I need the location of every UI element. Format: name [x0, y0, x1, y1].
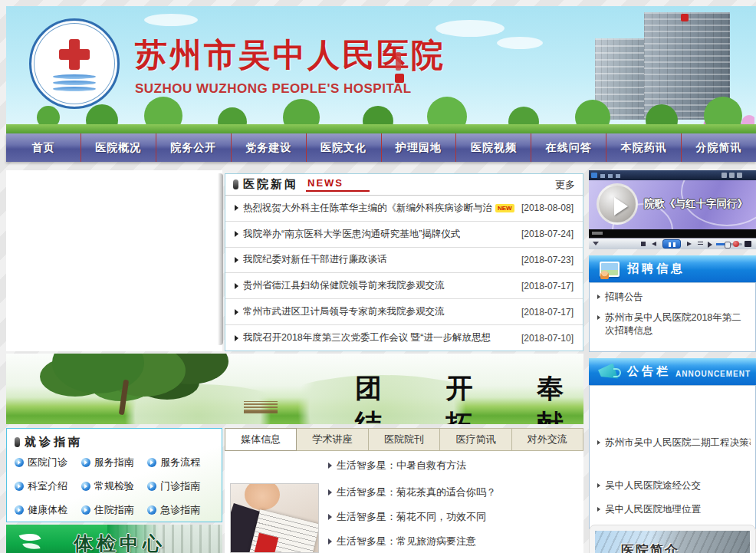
- article-link[interactable]: 生活智多星：常见旅游病要注意: [328, 535, 476, 548]
- announcement-link[interactable]: 苏州市吴中人民医院二期工程决策事: [597, 436, 751, 449]
- maximize-icon[interactable]: [729, 173, 735, 178]
- slogan-word: 奉献: [537, 370, 583, 424]
- checkup-center-banner[interactable]: 体检中心: [6, 525, 222, 553]
- recruitment-link-text: 招聘公告: [605, 291, 643, 304]
- arrow-bullet-icon: [147, 505, 156, 515]
- arrow-bullet-icon: [15, 482, 24, 491]
- treeline-decoration: [6, 114, 756, 133]
- triangle-bullet-icon: [328, 538, 332, 545]
- volume-slider[interactable]: [716, 243, 742, 245]
- status-ticker-icon: [592, 232, 603, 235]
- new-badge: NEW: [495, 204, 514, 212]
- guide-link-outpatient-guide[interactable]: 门诊指南: [147, 479, 214, 493]
- news-header: 医院新闻 NEWS 更多: [225, 174, 583, 196]
- person-photo-decoration: [245, 483, 280, 510]
- guide-link-departments[interactable]: 科室介绍: [15, 479, 81, 493]
- announcement-link[interactable]: 吴中人民医院地理位置: [597, 503, 751, 516]
- nav-item-affairs[interactable]: 院务公开: [156, 133, 231, 162]
- next-track-icon[interactable]: [687, 242, 692, 246]
- news-link[interactable]: 我院举办“南京医科大学医患沟通研究基地”揭牌仪式: [243, 228, 460, 241]
- previous-track-icon[interactable]: [652, 242, 656, 246]
- news-link[interactable]: 常州市武进区卫计局领导专家前来我院参观交流: [243, 305, 445, 318]
- bench-decoration: [244, 401, 278, 413]
- nav-item-qa[interactable]: 在线问答: [531, 133, 606, 162]
- guide-link-label: 常规检验: [94, 479, 134, 493]
- news-date: [2018-07-17]: [515, 307, 574, 318]
- brand-block: 苏州市吴中人民医院 SUZHOU WUZHONG PEOPLE'S HOSPIT…: [135, 34, 445, 97]
- nav-item-home[interactable]: 首页: [6, 133, 81, 162]
- person-photo-decoration: [230, 503, 266, 553]
- fullscreen-icon[interactable]: [744, 241, 751, 247]
- tab-media-info[interactable]: 媒体信息: [225, 428, 297, 451]
- guide-link-label: 服务指南: [94, 456, 134, 469]
- nav-item-culture[interactable]: 医院文化: [306, 133, 381, 162]
- nav-item-branch[interactable]: 分院简讯: [681, 133, 756, 162]
- announcement-title: 公告栏: [627, 364, 671, 379]
- volume-icon[interactable]: [708, 242, 712, 248]
- site-header: 苏州市吴中人民医院 SUZHOU WUZHONG PEOPLE'S HOSPIT…: [6, 6, 756, 133]
- guide-link-emergency-guide[interactable]: 急诊指南: [147, 503, 214, 517]
- building-main-tower: [644, 12, 730, 120]
- article-text: 生活智多星：中暑自救有方法: [337, 459, 466, 472]
- newspaper-decoration: [249, 509, 319, 553]
- section-bullet-icon: [15, 437, 20, 447]
- news-date: [2018-07-17]: [515, 281, 574, 291]
- announcement-header: 公告栏 ANNOUNCEMENT: [589, 358, 756, 385]
- guide-link-service-guide[interactable]: 服务指南: [81, 456, 148, 469]
- guide-link-health-checkup[interactable]: 健康体检: [15, 503, 81, 517]
- announcement-link[interactable]: 吴中人民医院途经公交: [597, 479, 751, 492]
- image-slider[interactable]: [6, 170, 222, 351]
- news-link[interactable]: 贵州省德江县妇幼保健院领导前来我院参观交流: [243, 279, 445, 292]
- guide-header: 就诊指南: [15, 435, 214, 449]
- playlist-icon[interactable]: [698, 242, 703, 246]
- checkup-center-title: 体检中心: [74, 531, 166, 553]
- guide-link-routine-tests[interactable]: 常规检验: [81, 479, 148, 493]
- nav-item-video[interactable]: 医院视频: [455, 133, 531, 162]
- triangle-bullet-icon: [597, 315, 600, 320]
- guide-link-outpatient[interactable]: 医院门诊: [15, 456, 81, 469]
- hospital-intro-section[interactable]: 医院简介: [589, 525, 756, 553]
- announcement-box: 苏州市吴中人民医院二期工程决策事 吴中人民医院途经公交 吴中人民医院地理位置: [589, 385, 756, 529]
- guide-title: 就诊指南: [25, 435, 83, 449]
- cloud-decoration: [144, 14, 198, 26]
- tab-academic-lectures[interactable]: 学术讲座: [297, 428, 368, 451]
- nav-item-overview[interactable]: 医院概况: [81, 133, 156, 162]
- guide-link-inpatient-guide[interactable]: 住院指南: [81, 503, 148, 517]
- recruitment-icon: [600, 262, 620, 277]
- nav-item-nursing[interactable]: 护理园地: [381, 133, 456, 162]
- media-section: 媒体信息 学术讲座 医院院刊 医疗简讯 对外交流 生活智多星：中暑自救有方法 生…: [225, 428, 583, 553]
- chevron-down-icon[interactable]: [593, 242, 599, 245]
- news-link[interactable]: 热烈祝贺大外科主任陈革华主编的《新编外科疾病诊断与治: [243, 202, 492, 215]
- article-link[interactable]: 生活智多星：中暑自救有方法: [328, 459, 466, 472]
- hospital-logo[interactable]: [29, 18, 120, 109]
- news-more-link[interactable]: 更多: [555, 178, 575, 192]
- minimize-icon[interactable]: [721, 173, 727, 178]
- article-text: 生活智多星：菊花不同，功效不同: [337, 510, 486, 524]
- nav-item-party[interactable]: 党务建设: [231, 133, 306, 162]
- recruitment-link-text: 苏州市吴中人民医院2018年第二次招聘信息: [605, 311, 748, 337]
- tab-medical-briefs[interactable]: 医疗简讯: [440, 428, 511, 451]
- news-date: [2018-07-24]: [515, 229, 574, 239]
- arrow-bullet-icon: [147, 458, 156, 467]
- news-link[interactable]: 我院纪委对新任干部进行廉政谈话: [243, 253, 387, 266]
- hospital-name-cn: 苏州市吴中人民医院: [135, 34, 445, 77]
- tab-hospital-journal[interactable]: 医院院刊: [369, 428, 440, 451]
- nav-item-pharmacy[interactable]: 本院药讯: [606, 133, 681, 162]
- tab-external-exchange[interactable]: 对外交流: [512, 428, 583, 451]
- visit-guide-section: 就诊指南 医院门诊 服务指南 服务流程 科室介绍 常规检验 门诊指南 健康体检 …: [6, 428, 222, 522]
- close-icon[interactable]: [737, 173, 742, 178]
- pause-button[interactable]: [662, 239, 681, 249]
- article-link[interactable]: 生活智多星：菊花不同，功效不同: [328, 510, 486, 524]
- triangle-bullet-icon: [328, 489, 332, 495]
- section-bullet-icon: [233, 179, 238, 189]
- news-date: [2018-07-10]: [515, 333, 574, 344]
- recruitment-link[interactable]: 苏州市吴中人民医院2018年第二次招聘信息: [597, 311, 748, 337]
- stop-icon[interactable]: [641, 242, 646, 246]
- recruitment-link[interactable]: 招聘公告: [597, 291, 748, 304]
- article-link[interactable]: 生活智多星：菊花茶真的适合你吗？: [328, 486, 496, 499]
- play-button[interactable]: [597, 183, 638, 225]
- article-thumbnail[interactable]: [230, 483, 319, 553]
- guide-link-service-flow[interactable]: 服务流程: [147, 456, 214, 469]
- main-nav: 首页 医院概况 院务公开 党务建设 医院文化 护理园地 医院视频 在线问答 本院…: [6, 133, 756, 162]
- news-link[interactable]: 我院召开2018年度第三次党委工作会议 暨“进一步解放思想: [243, 331, 491, 344]
